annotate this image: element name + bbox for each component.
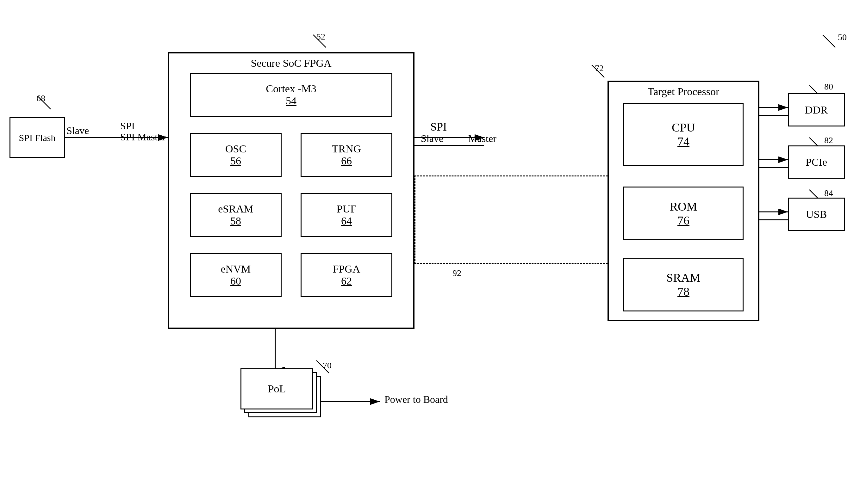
secure-soc-label: Secure SoC FPGA: [169, 57, 413, 69]
esram-label: eSRAM: [218, 203, 253, 215]
spi-flash-label: SPI Flash: [19, 132, 56, 144]
fpga-label: FPGA: [333, 263, 360, 275]
trng-label: TRNG: [332, 143, 361, 155]
fpga-box: FPGA 62: [301, 253, 392, 297]
spi-master-label: SPI Master: [120, 131, 166, 143]
target-processor-label: Target Processor: [609, 86, 758, 98]
envm-ref: 60: [221, 275, 250, 287]
ref-68: 68: [37, 93, 45, 103]
puf-label: PUF: [336, 203, 356, 215]
pcie-label: PCIe: [806, 156, 827, 168]
cortex-label: Cortex -M3: [266, 83, 316, 95]
osc-box: OSC 56: [190, 133, 282, 177]
ref-84: 84: [824, 188, 833, 198]
ref-92: 92: [453, 268, 461, 278]
fpga-ref: 62: [333, 275, 360, 287]
master2-label: Master: [468, 133, 497, 145]
slave1-label: Slave: [67, 125, 89, 137]
rom-box: ROM 76: [623, 187, 744, 240]
trng-box: TRNG 66: [301, 133, 392, 177]
power-to-board-label: Power to Board: [384, 394, 448, 405]
svg-line-25: [823, 35, 835, 47]
puf-box: PUF 64: [301, 193, 392, 237]
esram-box: eSRAM 58: [190, 193, 282, 237]
ddr-box: DDR: [788, 93, 845, 127]
rom-label: ROM: [670, 199, 697, 213]
usb-box: USB: [788, 198, 845, 231]
slave2-label: Slave: [421, 133, 443, 145]
pol-box: PoL: [241, 368, 313, 410]
ref-82: 82: [824, 135, 833, 146]
ddr-label: DDR: [805, 104, 828, 116]
esram-ref: 58: [218, 215, 253, 227]
cpu-box: CPU 74: [623, 103, 744, 166]
sram-ref: 78: [666, 285, 701, 298]
usb-label: USB: [806, 208, 827, 220]
spi-flash-box: SPI Flash: [10, 117, 65, 158]
pol-label: PoL: [268, 383, 286, 395]
ref-70: 70: [323, 360, 332, 371]
cortex-ref: 54: [266, 95, 316, 107]
envm-label: eNVM: [221, 263, 250, 275]
spi-label-top: SPI: [120, 120, 135, 132]
spi-label-middle: SPI: [430, 120, 447, 133]
pcie-box: PCIe: [788, 146, 845, 179]
osc-label: OSC: [225, 143, 246, 155]
diagram: SPI Flash 68 SPI SPI Master Slave Secure…: [0, 0, 860, 504]
osc-ref: 56: [225, 155, 246, 167]
rom-ref: 76: [670, 213, 697, 227]
ref-72: 72: [595, 63, 604, 73]
ref-52: 52: [316, 32, 325, 42]
envm-box: eNVM 60: [190, 253, 282, 297]
cortex-m3-box: Cortex -M3 54: [190, 73, 392, 117]
cpu-label: CPU: [672, 120, 695, 134]
sram-label: SRAM: [666, 271, 701, 285]
trng-ref: 66: [332, 155, 361, 167]
ref-80: 80: [824, 81, 833, 92]
puf-ref: 64: [336, 215, 356, 227]
ref-50: 50: [838, 32, 847, 42]
sram-box: SRAM 78: [623, 258, 744, 311]
dashed-region: [415, 176, 611, 264]
cpu-ref: 74: [672, 134, 695, 148]
